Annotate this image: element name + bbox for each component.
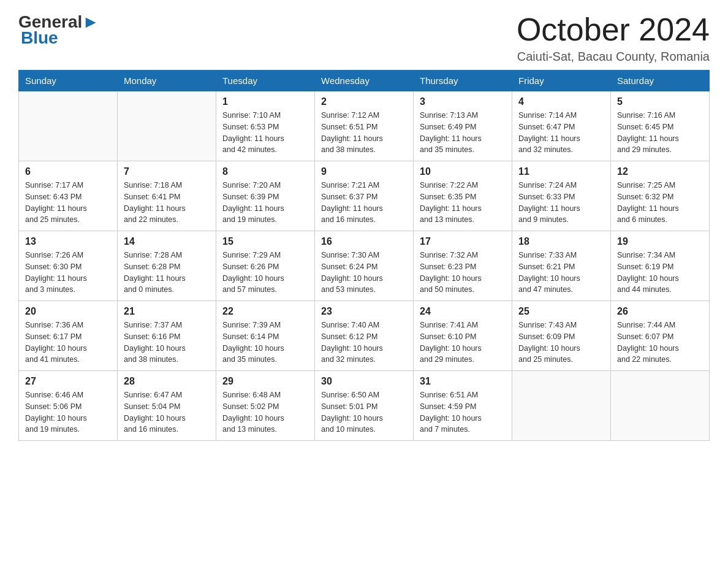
day-info: Sunrise: 7:17 AM Sunset: 6:43 PM Dayligh… [25, 180, 111, 226]
calendar-cell: 9Sunrise: 7:21 AM Sunset: 6:37 PM Daylig… [315, 161, 414, 231]
day-number: 24 [420, 306, 506, 317]
day-number: 6 [25, 166, 111, 177]
calendar-cell: 20Sunrise: 7:36 AM Sunset: 6:17 PM Dayli… [19, 301, 118, 371]
calendar-cell: 11Sunrise: 7:24 AM Sunset: 6:33 PM Dayli… [512, 161, 611, 231]
day-number: 22 [222, 306, 308, 317]
day-info: Sunrise: 7:28 AM Sunset: 6:28 PM Dayligh… [124, 250, 210, 296]
day-number: 8 [222, 166, 308, 177]
day-number: 23 [321, 306, 407, 317]
logo-blue: Blue [18, 28, 58, 48]
calendar-table: SundayMondayTuesdayWednesdayThursdayFrid… [18, 70, 710, 441]
calendar-cell: 10Sunrise: 7:22 AM Sunset: 6:35 PM Dayli… [414, 161, 512, 231]
day-number: 16 [321, 236, 407, 247]
day-number: 7 [124, 166, 210, 177]
weekday-header-friday: Friday [512, 71, 611, 91]
day-number: 4 [518, 96, 604, 107]
calendar-cell: 18Sunrise: 7:33 AM Sunset: 6:21 PM Dayli… [512, 231, 611, 301]
calendar-cell: 25Sunrise: 7:43 AM Sunset: 6:09 PM Dayli… [512, 301, 611, 371]
day-info: Sunrise: 7:30 AM Sunset: 6:24 PM Dayligh… [321, 250, 407, 296]
day-number: 5 [617, 96, 703, 107]
day-info: Sunrise: 6:48 AM Sunset: 5:02 PM Dayligh… [222, 389, 308, 435]
day-info: Sunrise: 7:18 AM Sunset: 6:41 PM Dayligh… [124, 180, 210, 226]
day-info: Sunrise: 7:26 AM Sunset: 6:30 PM Dayligh… [25, 250, 111, 296]
day-number: 14 [124, 236, 210, 247]
day-info: Sunrise: 7:43 AM Sunset: 6:09 PM Dayligh… [518, 320, 604, 366]
day-info: Sunrise: 6:46 AM Sunset: 5:06 PM Dayligh… [25, 389, 111, 435]
weekday-header-monday: Monday [118, 71, 216, 91]
calendar-cell [512, 371, 611, 441]
calendar-cell: 14Sunrise: 7:28 AM Sunset: 6:28 PM Dayli… [118, 231, 216, 301]
day-number: 21 [124, 306, 210, 317]
weekday-header-tuesday: Tuesday [216, 71, 315, 91]
calendar-cell: 29Sunrise: 6:48 AM Sunset: 5:02 PM Dayli… [216, 371, 315, 441]
day-info: Sunrise: 7:39 AM Sunset: 6:14 PM Dayligh… [222, 320, 308, 366]
calendar-cell [611, 371, 710, 441]
weekday-header-saturday: Saturday [611, 71, 710, 91]
calendar-cell: 13Sunrise: 7:26 AM Sunset: 6:30 PM Dayli… [19, 231, 118, 301]
day-info: Sunrise: 7:20 AM Sunset: 6:39 PM Dayligh… [222, 180, 308, 226]
day-number: 15 [222, 236, 308, 247]
day-info: Sunrise: 6:50 AM Sunset: 5:01 PM Dayligh… [321, 389, 407, 435]
day-info: Sunrise: 7:21 AM Sunset: 6:37 PM Dayligh… [321, 180, 407, 226]
calendar-week-row: 20Sunrise: 7:36 AM Sunset: 6:17 PM Dayli… [19, 301, 710, 371]
calendar-cell: 24Sunrise: 7:41 AM Sunset: 6:10 PM Dayli… [414, 301, 512, 371]
day-number: 26 [617, 306, 703, 317]
day-info: Sunrise: 7:32 AM Sunset: 6:23 PM Dayligh… [420, 250, 506, 296]
day-number: 18 [518, 236, 604, 247]
calendar-cell: 3Sunrise: 7:13 AM Sunset: 6:49 PM Daylig… [414, 91, 512, 161]
day-info: Sunrise: 6:51 AM Sunset: 4:59 PM Dayligh… [420, 389, 506, 435]
day-info: Sunrise: 7:40 AM Sunset: 6:12 PM Dayligh… [321, 320, 407, 366]
day-info: Sunrise: 7:36 AM Sunset: 6:17 PM Dayligh… [25, 320, 111, 366]
day-number: 9 [321, 166, 407, 177]
day-info: Sunrise: 7:22 AM Sunset: 6:35 PM Dayligh… [420, 180, 506, 226]
day-info: Sunrise: 7:37 AM Sunset: 6:16 PM Dayligh… [124, 320, 210, 366]
day-number: 27 [25, 376, 111, 387]
calendar-cell: 23Sunrise: 7:40 AM Sunset: 6:12 PM Dayli… [315, 301, 414, 371]
day-number: 20 [25, 306, 111, 317]
calendar-cell: 30Sunrise: 6:50 AM Sunset: 5:01 PM Dayli… [315, 371, 414, 441]
calendar-cell: 6Sunrise: 7:17 AM Sunset: 6:43 PM Daylig… [19, 161, 118, 231]
day-info: Sunrise: 7:10 AM Sunset: 6:53 PM Dayligh… [222, 110, 308, 156]
calendar-cell [118, 91, 216, 161]
calendar-cell: 21Sunrise: 7:37 AM Sunset: 6:16 PM Dayli… [118, 301, 216, 371]
weekday-header-thursday: Thursday [414, 71, 512, 91]
day-info: Sunrise: 7:16 AM Sunset: 6:45 PM Dayligh… [617, 110, 703, 156]
day-info: Sunrise: 7:12 AM Sunset: 6:51 PM Dayligh… [321, 110, 407, 156]
day-info: Sunrise: 7:25 AM Sunset: 6:32 PM Dayligh… [617, 180, 703, 226]
calendar-cell: 28Sunrise: 6:47 AM Sunset: 5:04 PM Dayli… [118, 371, 216, 441]
day-info: Sunrise: 7:13 AM Sunset: 6:49 PM Dayligh… [420, 110, 506, 156]
calendar-cell: 27Sunrise: 6:46 AM Sunset: 5:06 PM Dayli… [19, 371, 118, 441]
location-subtitle: Caiuti-Sat, Bacau County, Romania [517, 50, 710, 64]
day-info: Sunrise: 7:34 AM Sunset: 6:19 PM Dayligh… [617, 250, 703, 296]
weekday-header-wednesday: Wednesday [315, 71, 414, 91]
day-info: Sunrise: 7:14 AM Sunset: 6:47 PM Dayligh… [518, 110, 604, 156]
calendar-cell: 26Sunrise: 7:44 AM Sunset: 6:07 PM Dayli… [611, 301, 710, 371]
day-number: 11 [518, 166, 604, 177]
day-info: Sunrise: 7:33 AM Sunset: 6:21 PM Dayligh… [518, 250, 604, 296]
calendar-cell [19, 91, 118, 161]
day-number: 25 [518, 306, 604, 317]
day-number: 31 [420, 376, 506, 387]
month-title: October 2024 [517, 12, 710, 47]
title-area: October 2024 Caiuti-Sat, Bacau County, R… [517, 12, 710, 64]
calendar-cell: 16Sunrise: 7:30 AM Sunset: 6:24 PM Dayli… [315, 231, 414, 301]
calendar-cell: 8Sunrise: 7:20 AM Sunset: 6:39 PM Daylig… [216, 161, 315, 231]
calendar-week-row: 6Sunrise: 7:17 AM Sunset: 6:43 PM Daylig… [19, 161, 710, 231]
logo-arrow-shape: ► [82, 12, 99, 32]
calendar-week-row: 1Sunrise: 7:10 AM Sunset: 6:53 PM Daylig… [19, 91, 710, 161]
calendar-cell: 31Sunrise: 6:51 AM Sunset: 4:59 PM Dayli… [414, 371, 512, 441]
calendar-cell: 4Sunrise: 7:14 AM Sunset: 6:47 PM Daylig… [512, 91, 611, 161]
day-number: 29 [222, 376, 308, 387]
day-number: 3 [420, 96, 506, 107]
calendar-week-row: 13Sunrise: 7:26 AM Sunset: 6:30 PM Dayli… [19, 231, 710, 301]
calendar-cell: 7Sunrise: 7:18 AM Sunset: 6:41 PM Daylig… [118, 161, 216, 231]
weekday-header-row: SundayMondayTuesdayWednesdayThursdayFrid… [19, 71, 710, 91]
calendar-cell: 1Sunrise: 7:10 AM Sunset: 6:53 PM Daylig… [216, 91, 315, 161]
weekday-header-sunday: Sunday [19, 71, 118, 91]
calendar-cell: 19Sunrise: 7:34 AM Sunset: 6:19 PM Dayli… [611, 231, 710, 301]
day-number: 30 [321, 376, 407, 387]
day-number: 10 [420, 166, 506, 177]
logo-area: General ► Blue [18, 12, 99, 48]
calendar-cell: 17Sunrise: 7:32 AM Sunset: 6:23 PM Dayli… [414, 231, 512, 301]
day-number: 28 [124, 376, 210, 387]
